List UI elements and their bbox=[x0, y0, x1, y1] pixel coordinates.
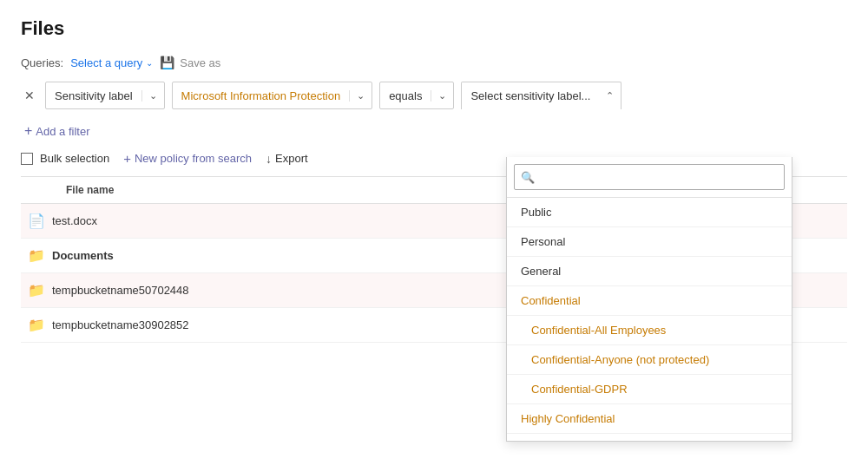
file-name-cell: test.docx bbox=[52, 214, 97, 227]
equals-chip[interactable]: equals ⌄ bbox=[379, 82, 454, 109]
select-label-chevron-up-icon: ⌃ bbox=[599, 90, 621, 102]
bulk-selection-label: Bulk selection bbox=[40, 152, 109, 165]
add-filter-row: + Add a filter bbox=[21, 123, 847, 139]
dropdown-item[interactable]: Confidential bbox=[507, 286, 792, 316]
dropdown-item[interactable]: General bbox=[507, 257, 792, 286]
save-as-button[interactable]: 💾 Save as bbox=[160, 56, 220, 69]
add-filter-button[interactable]: + Add a filter bbox=[24, 123, 90, 139]
file-name-cell: tempbucketname50702448 bbox=[52, 284, 189, 297]
new-policy-plus-icon: + bbox=[123, 151, 131, 166]
file-icon: 📄 bbox=[21, 213, 52, 229]
queries-chevron-down-icon: ⌄ bbox=[146, 58, 153, 68]
dropdown-search-wrapper: 🔍 bbox=[514, 164, 785, 190]
dropdown-item[interactable]: Personal bbox=[507, 227, 792, 257]
mip-chevron-icon: ⌄ bbox=[349, 90, 372, 102]
queries-label: Queries: bbox=[21, 56, 63, 69]
mip-value-text: Microsoft Information Protection bbox=[173, 89, 350, 102]
bulk-selection-checkbox bbox=[21, 153, 33, 165]
bulk-selection-button[interactable]: Bulk selection bbox=[21, 152, 109, 165]
filename-column-header: File name bbox=[52, 184, 114, 196]
filter-row: ✕ Sensitivity label ⌄ Microsoft Informat… bbox=[21, 82, 847, 109]
dropdown-item[interactable]: Highly Confidential bbox=[507, 404, 792, 434]
select-label-chip-text: Select sensitivity label... bbox=[462, 89, 599, 102]
add-filter-plus-icon: + bbox=[24, 123, 32, 139]
folder-icon: 📁 bbox=[21, 247, 52, 264]
export-label: Export bbox=[275, 152, 308, 165]
filter-close-button[interactable]: ✕ bbox=[21, 87, 38, 104]
save-as-label: Save as bbox=[180, 56, 220, 69]
export-button[interactable]: ↓ Export bbox=[266, 152, 308, 166]
select-label-chip[interactable]: Select sensitivity label... ⌃ bbox=[461, 82, 621, 109]
dropdown-item[interactable]: Confidential-All Employees bbox=[507, 316, 792, 345]
dropdown-item[interactable]: Highly Confidential-All Employees bbox=[507, 434, 792, 441]
equals-label-text: equals bbox=[380, 89, 431, 102]
dropdown-item[interactable]: Confidential-Anyone (not protected) bbox=[507, 345, 792, 375]
add-filter-label: Add a filter bbox=[36, 125, 89, 138]
page-title: Files bbox=[21, 17, 847, 40]
search-icon: 🔍 bbox=[521, 171, 535, 184]
new-policy-button[interactable]: + New policy from search bbox=[123, 151, 252, 166]
dropdown-item[interactable]: Public bbox=[507, 198, 792, 227]
folder-icon: 📁 bbox=[21, 317, 52, 333]
sensitivity-label-chip[interactable]: Sensitivity label ⌄ bbox=[45, 82, 165, 109]
dropdown-search-input[interactable] bbox=[514, 164, 785, 190]
mip-value-chip[interactable]: Microsoft Information Protection ⌄ bbox=[172, 82, 373, 109]
dropdown-search-box: 🔍 bbox=[507, 157, 792, 198]
sensitivity-label-dropdown: 🔍 PublicPersonalGeneralConfidentialConfi… bbox=[506, 157, 792, 442]
select-label-wrapper: Select sensitivity label... ⌃ bbox=[461, 82, 621, 109]
equals-chevron-icon: ⌄ bbox=[431, 90, 453, 102]
dropdown-list: PublicPersonalGeneralConfidentialConfide… bbox=[507, 198, 792, 441]
save-icon: 💾 bbox=[160, 56, 174, 69]
queries-select-dropdown[interactable]: Select a query ⌄ bbox=[70, 56, 153, 69]
queries-bar: Queries: Select a query ⌄ 💾 Save as bbox=[21, 56, 847, 69]
sensitivity-label-text: Sensitivity label bbox=[46, 89, 141, 102]
sensitivity-label-chevron-icon: ⌄ bbox=[141, 90, 164, 102]
download-icon: ↓ bbox=[266, 152, 272, 166]
file-name-cell: Documents bbox=[52, 249, 114, 262]
dropdown-item[interactable]: Confidential-GDPR bbox=[507, 375, 792, 404]
queries-select-label: Select a query bbox=[70, 56, 142, 69]
file-name-cell: tempbucketname30902852 bbox=[52, 318, 189, 331]
new-policy-label: New policy from search bbox=[135, 152, 252, 165]
folder-icon: 📁 bbox=[21, 282, 52, 298]
